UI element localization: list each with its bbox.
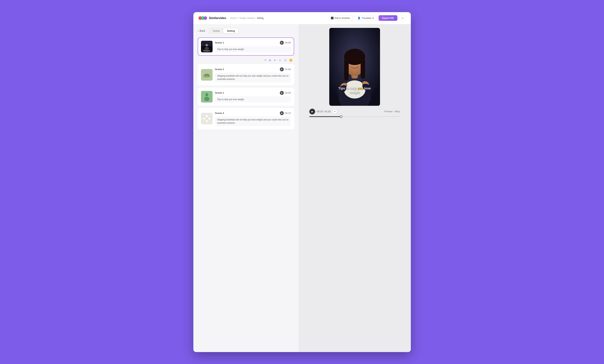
scene-1-title: Scene 1 <box>215 41 224 44</box>
settings-circle-button[interactable]: ⊙ <box>400 15 406 21</box>
play-icon: ▶ <box>281 68 283 70</box>
time-separator: / <box>324 110 325 113</box>
current-time: 00:15 <box>317 110 323 113</box>
progress-fill <box>309 116 341 117</box>
play-icon: ▶ <box>281 112 283 114</box>
back-arrow-icon: ‹ <box>198 29 199 32</box>
translate-label: Translate <box>362 17 371 19</box>
breadcrumb-current: Seting <box>257 17 264 19</box>
scene-2-title-row: Scene 2 ▶ 01:08 <box>215 67 291 71</box>
scene-toolbar: ≡ ⊕ ✦ ☺ ⊙ 😊 <box>198 58 294 63</box>
svg-point-7 <box>204 97 209 101</box>
scene-2-thumbnail <box>201 69 213 81</box>
progress-bar[interactable] <box>309 116 400 117</box>
logo-circle-purple <box>203 16 207 20</box>
svg-point-21 <box>350 62 352 64</box>
svg-point-22 <box>357 62 360 64</box>
scene-1-title-row: Scene 1 ▶ 00:08 <box>215 41 291 45</box>
scene-3-duration: 00:08 <box>285 91 291 94</box>
add-circle-icon[interactable]: ⊕ <box>269 59 271 62</box>
emoji-icon[interactable]: ☺ <box>278 59 281 62</box>
back-button[interactable]: ‹ Back <box>198 29 205 32</box>
export-hd-button[interactable]: Export HD <box>378 15 397 21</box>
panel-top-bar: ‹ Back Scene Setting <box>198 28 294 34</box>
settings-icon: ⊙ <box>402 17 404 20</box>
scene-3-play-button[interactable]: ▶ <box>280 91 284 95</box>
preview-quality: Preview : 480p <box>384 110 400 113</box>
svg-point-12 <box>208 118 211 120</box>
scene-3-thumbnail <box>201 91 213 102</box>
video-preview: Tips to help you lose weight <box>329 28 380 106</box>
scene-4-info: Scene 4 ▶ 00:15 Skipping breakfast will … <box>215 111 291 126</box>
scene-3-title: Scene 1 <box>215 91 224 94</box>
scene-card-4[interactable]: Scene 4 ▶ 00:15 Skipping breakfast will … <box>198 108 294 129</box>
logo-area: Similarvideo <box>199 16 227 20</box>
play-icon: ▶ <box>281 92 283 94</box>
breadcrumb-sep2: > <box>255 17 256 19</box>
scene-1-time: ▶ 00:08 <box>280 41 291 45</box>
main-play-button[interactable]: ▶ <box>309 109 315 114</box>
svg-rect-20 <box>361 59 365 79</box>
breadcrumb-home[interactable]: Home <box>230 17 237 19</box>
right-panel: Tips to help you lose weight ▶ 00:15 / <box>299 24 411 352</box>
export-label: Export HD <box>382 17 394 19</box>
scene-2-text: Skipping breakfast will not help you los… <box>215 73 291 82</box>
translate-icon: 👤 <box>358 17 360 19</box>
tab-setting[interactable]: Setting <box>223 28 239 33</box>
scene-4-header: Scene 4 ▶ 00:15 Skipping breakfast will … <box>201 111 291 126</box>
reset-button[interactable]: ↺ <box>332 109 337 114</box>
replace-overlay[interactable]: ↑ Replace <box>201 46 213 52</box>
svg-point-5 <box>207 74 209 76</box>
scene-4-thumbnail <box>201 113 213 124</box>
scene-2-title: Scene 2 <box>215 68 224 71</box>
video-frame: Tips to help you lose weight <box>329 28 380 106</box>
flower-thumb <box>202 114 211 123</box>
scene-4-play-button[interactable]: ▶ <box>280 111 284 115</box>
back-label: Back <box>200 29 205 32</box>
logo-icon <box>199 16 207 20</box>
scene-2-info: Scene 2 ▶ 01:08 Skipping breakfast will … <box>215 67 291 82</box>
scene-card-2[interactable]: Scene 2 ▶ 01:08 Skipping breakfast will … <box>198 64 294 85</box>
scene-2-play-button[interactable]: ▶ <box>280 67 284 71</box>
play-icon: ▶ <box>281 42 283 44</box>
logo-text: Similarvideo <box>209 16 226 20</box>
tab-setting-label: Setting <box>227 30 235 32</box>
edit-timeline-label: Edit in timeline <box>335 17 350 19</box>
scene-1-header: ↑ Replace Scene 1 ▶ 00:08 <box>201 41 291 52</box>
header-actions: ⬛ Edit in timeline 👤 Translate ▾ Export … <box>328 15 406 21</box>
scene-4-duration: 00:15 <box>285 112 291 114</box>
left-panel: ‹ Back Scene Setting <box>193 24 299 352</box>
subtitle-highlight: you <box>358 86 363 90</box>
scene-1-text: Tips to help you lose weight <box>215 46 291 52</box>
chevron-down-icon: ▾ <box>372 17 374 19</box>
scene-card-3[interactable]: Scene 1 ▶ 00:08 Tips to help you lose we… <box>198 88 294 106</box>
scene-card-1[interactable]: ↑ Replace Scene 1 ▶ 00:08 <box>198 37 294 56</box>
face-icon[interactable]: 😊 <box>289 59 293 62</box>
breadcrumb-scripts[interactable]: Scripts rewrite <box>239 17 254 19</box>
clock-icon[interactable]: ⊙ <box>284 59 287 62</box>
scene-3-info: Scene 1 ▶ 00:08 Tips to help you lose we… <box>215 91 291 102</box>
scene-3-text: Tips to help you lose weight <box>215 96 291 102</box>
subtitle-overlay: Tips to help you lose weight <box>329 86 380 95</box>
reset-icon: ↺ <box>334 110 336 113</box>
time-display: 00:15 / 01:25 <box>317 110 331 113</box>
edit-timeline-button[interactable]: ⬛ Edit in timeline <box>328 15 353 21</box>
subtitle-main: Tips to help <box>338 86 358 90</box>
scene-3-time: ▶ 00:08 <box>280 91 291 95</box>
svg-point-8 <box>206 118 208 120</box>
svg-point-11 <box>203 118 206 120</box>
magic-icon[interactable]: ✦ <box>274 59 276 62</box>
scene-1-play-button[interactable]: ▶ <box>280 41 284 45</box>
total-time: 01:25 <box>325 110 331 113</box>
monitor-icon: ⬛ <box>331 17 334 19</box>
food-thumb <box>202 71 211 79</box>
scene-3-title-row: Scene 1 ▶ 00:08 <box>215 91 291 95</box>
header: Similarvideo Home > Scripts rewrite > Se… <box>193 12 411 24</box>
translate-button[interactable]: 👤 Translate ▾ <box>355 15 376 21</box>
scene-1-duration: 00:08 <box>285 41 291 44</box>
list-add-icon[interactable]: ≡ <box>264 59 266 62</box>
app-window: Similarvideo Home > Scripts rewrite > Se… <box>193 12 411 352</box>
tab-scene[interactable]: Scene <box>209 28 223 33</box>
breadcrumb-sep1: > <box>237 17 239 19</box>
progress-thumb[interactable] <box>340 115 342 118</box>
